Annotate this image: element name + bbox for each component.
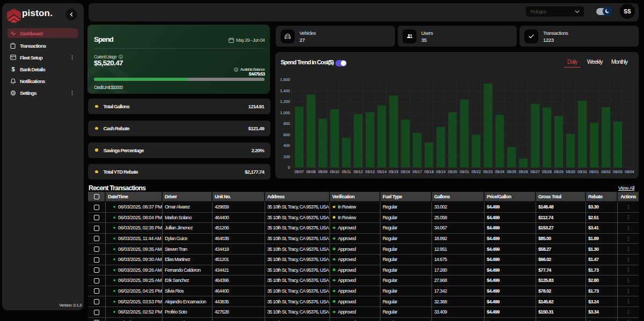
svg-text:400: 400 — [283, 143, 290, 148]
svg-text:05/15: 05/15 — [389, 170, 399, 174]
svg-text:05/29: 05/29 — [554, 170, 564, 174]
svg-text:05/24: 05/24 — [495, 170, 504, 174]
svg-text:05/13: 05/13 — [365, 170, 375, 174]
svg-text:05/11: 05/11 — [342, 170, 351, 174]
svg-text:06/03: 06/03 — [613, 170, 623, 174]
svg-text:200: 200 — [283, 154, 290, 159]
svg-text:1,200: 1,200 — [280, 99, 290, 104]
svg-text:05/08: 05/08 — [306, 170, 316, 174]
svg-text:1,600: 1,600 — [280, 77, 290, 82]
svg-text:06/04: 06/04 — [625, 170, 634, 174]
svg-text:06/02: 06/02 — [601, 170, 611, 174]
svg-text:1,000: 1,000 — [280, 110, 290, 115]
svg-text:0: 0 — [288, 165, 290, 170]
svg-text:05/23: 05/23 — [483, 170, 493, 174]
svg-text:05/25: 05/25 — [507, 170, 516, 174]
svg-text:05/16: 05/16 — [401, 170, 411, 174]
svg-text:600: 600 — [283, 132, 290, 137]
svg-text:05/09: 05/09 — [318, 170, 328, 174]
svg-text:05/30: 05/30 — [566, 170, 575, 174]
svg-text:05/19: 05/19 — [436, 170, 446, 174]
svg-text:05/22: 05/22 — [471, 170, 481, 174]
svg-text:05/07: 05/07 — [295, 170, 304, 174]
svg-text:05/10: 05/10 — [330, 170, 340, 174]
svg-text:05/27: 05/27 — [530, 170, 540, 174]
svg-text:05/17: 05/17 — [413, 170, 422, 174]
svg-text:05/18: 05/18 — [425, 170, 434, 174]
svg-text:05/21: 05/21 — [459, 170, 469, 174]
svg-text:05/14: 05/14 — [377, 170, 387, 174]
svg-text:1,400: 1,400 — [280, 88, 290, 93]
svg-text:05/20: 05/20 — [448, 170, 458, 174]
svg-text:800: 800 — [283, 121, 290, 126]
svg-text:05/31: 05/31 — [577, 170, 587, 174]
svg-text:05/28: 05/28 — [542, 170, 552, 174]
svg-text:05/26: 05/26 — [518, 170, 528, 174]
svg-text:05/12: 05/12 — [354, 170, 363, 174]
svg-text:06/01: 06/01 — [589, 170, 599, 174]
